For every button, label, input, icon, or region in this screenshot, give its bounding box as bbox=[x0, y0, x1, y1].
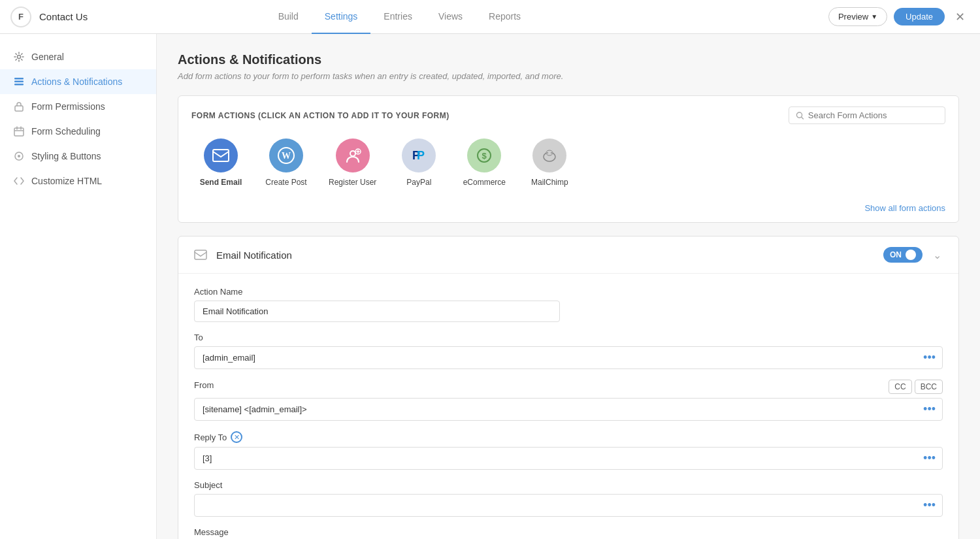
cc-bcc-buttons: CC BCC bbox=[889, 380, 943, 394]
close-button[interactable]: ✕ bbox=[951, 8, 970, 26]
reply-to-dots-button[interactable]: ••• bbox=[917, 448, 942, 469]
send-email-label: Send Email bbox=[200, 178, 242, 187]
tab-views[interactable]: Views bbox=[425, 0, 476, 34]
action-mailchimp[interactable]: MailChimp bbox=[527, 139, 572, 187]
reply-to-input[interactable] bbox=[195, 448, 917, 468]
preview-button[interactable]: Preview ▼ bbox=[828, 7, 887, 26]
subject-dots-button[interactable]: ••• bbox=[917, 495, 942, 516]
show-all-actions-link[interactable]: Show all form actions bbox=[178, 197, 958, 222]
from-dots-button[interactable]: ••• bbox=[917, 399, 942, 420]
to-field-group: To ••• bbox=[194, 333, 943, 369]
topbar: F Contact Us Build Settings Entries View… bbox=[0, 0, 980, 34]
tab-entries[interactable]: Entries bbox=[370, 0, 425, 34]
action-name-field-group: Action Name bbox=[194, 287, 943, 322]
svg-point-15 bbox=[350, 151, 355, 156]
cc-button[interactable]: CC bbox=[889, 380, 911, 394]
calendar-icon bbox=[13, 125, 25, 137]
subject-label: Subject bbox=[194, 480, 943, 490]
message-label: Message bbox=[194, 527, 943, 537]
register-user-label: Register User bbox=[329, 178, 376, 187]
sidebar-item-actions-notifications[interactable]: Actions & Notifications bbox=[0, 69, 156, 94]
bcc-button[interactable]: BCC bbox=[915, 380, 943, 394]
svg-rect-2 bbox=[14, 81, 24, 83]
reply-to-text: Reply To bbox=[194, 433, 227, 442]
notification-title: Email Notification bbox=[216, 250, 877, 261]
to-input-row: ••• bbox=[194, 346, 943, 369]
sidebar-item-styling[interactable]: Styling & Buttons bbox=[0, 144, 156, 169]
svg-text:$: $ bbox=[482, 151, 487, 161]
from-input[interactable] bbox=[195, 399, 917, 419]
action-send-email[interactable]: Send Email bbox=[198, 139, 244, 187]
subject-field-group: Subject ••• bbox=[194, 480, 943, 517]
reply-to-input-row: ••• bbox=[194, 447, 943, 470]
subject-input[interactable] bbox=[195, 495, 917, 515]
code-icon bbox=[13, 175, 25, 187]
from-input-row: ••• bbox=[194, 398, 943, 421]
show-all-link[interactable]: Show all form actions bbox=[864, 203, 945, 213]
sidebar-label-html: Customize HTML bbox=[31, 176, 102, 186]
form-actions-grid: Send Email W Create Post bbox=[178, 132, 958, 197]
paint-icon bbox=[13, 150, 25, 162]
sidebar-item-general[interactable]: General bbox=[0, 44, 156, 69]
sidebar-item-form-scheduling[interactable]: Form Scheduling bbox=[0, 119, 156, 144]
page-description: Add form actions to your form to perform… bbox=[178, 71, 959, 81]
svg-text:W: W bbox=[282, 151, 291, 161]
page-title: Actions & Notifications bbox=[178, 52, 959, 67]
main-content: Actions & Notifications Add form actions… bbox=[157, 34, 980, 539]
reply-to-label: Reply To ✕ bbox=[194, 431, 943, 443]
action-ecommerce[interactable]: $ eCommerce bbox=[461, 139, 507, 187]
toggle-circle bbox=[906, 250, 916, 260]
form-actions-card: FORM ACTIONS (click an action to add it … bbox=[178, 95, 959, 223]
to-input[interactable] bbox=[195, 348, 917, 368]
create-post-icon: W bbox=[269, 139, 303, 172]
to-label: To bbox=[194, 333, 943, 342]
sidebar-label-styling: Styling & Buttons bbox=[31, 151, 101, 161]
app-logo: F bbox=[10, 7, 31, 27]
lock-icon bbox=[13, 101, 25, 112]
action-name-input[interactable] bbox=[194, 301, 560, 322]
svg-rect-5 bbox=[14, 128, 24, 136]
svg-point-0 bbox=[18, 56, 21, 59]
tab-reports[interactable]: Reports bbox=[476, 0, 534, 34]
message-field-group: Message ••• bbox=[194, 527, 943, 539]
tab-settings[interactable]: Settings bbox=[312, 0, 371, 34]
action-register-user[interactable]: Register User bbox=[329, 139, 376, 187]
ecommerce-icon: $ bbox=[467, 139, 501, 172]
update-button[interactable]: Update bbox=[894, 8, 945, 25]
app-title: Contact Us bbox=[39, 11, 88, 22]
notification-email-icon bbox=[191, 246, 210, 264]
action-name-label: Action Name bbox=[194, 287, 943, 297]
sidebar-item-form-permissions[interactable]: Form Permissions bbox=[0, 94, 156, 119]
search-input[interactable] bbox=[808, 110, 938, 120]
sidebar-label-permissions: Form Permissions bbox=[31, 101, 105, 112]
form-actions-title: FORM ACTIONS (click an action to add it … bbox=[191, 111, 449, 120]
notification-body: Action Name To ••• From CC bbox=[178, 274, 958, 539]
search-icon bbox=[796, 111, 804, 120]
to-dots-button[interactable]: ••• bbox=[917, 347, 942, 368]
sidebar-label-general: General bbox=[31, 52, 64, 62]
svg-rect-3 bbox=[14, 84, 24, 86]
topbar-nav: Build Settings Entries Views Reports bbox=[265, 0, 534, 34]
list-icon bbox=[13, 76, 25, 88]
sidebar-item-customize-html[interactable]: Customize HTML bbox=[0, 169, 156, 193]
email-notification-card: Email Notification ON ⌄ Action Name To bbox=[178, 236, 959, 539]
reply-to-remove-button[interactable]: ✕ bbox=[231, 431, 242, 443]
paypal-label: PayPal bbox=[406, 178, 431, 187]
notification-chevron-button[interactable]: ⌄ bbox=[929, 248, 945, 263]
form-actions-header: FORM ACTIONS (click an action to add it … bbox=[178, 96, 958, 132]
tab-build[interactable]: Build bbox=[265, 0, 312, 34]
sidebar-label-actions: Actions & Notifications bbox=[31, 76, 122, 87]
ecommerce-label: eCommerce bbox=[463, 178, 506, 187]
search-box[interactable] bbox=[789, 106, 945, 124]
action-paypal[interactable]: P P PayPal bbox=[396, 139, 442, 187]
toggle-on-switch[interactable]: ON bbox=[883, 247, 923, 263]
sidebar-label-scheduling: Form Scheduling bbox=[31, 126, 101, 137]
svg-rect-12 bbox=[213, 150, 229, 161]
mailchimp-icon bbox=[532, 139, 566, 172]
svg-rect-4 bbox=[15, 106, 23, 111]
svg-rect-27 bbox=[195, 250, 206, 259]
toggle-label: ON bbox=[890, 250, 902, 259]
action-create-post[interactable]: W Create Post bbox=[263, 139, 309, 187]
layout: General Actions & Notifications Form Per… bbox=[0, 34, 980, 539]
svg-point-26 bbox=[551, 152, 552, 154]
